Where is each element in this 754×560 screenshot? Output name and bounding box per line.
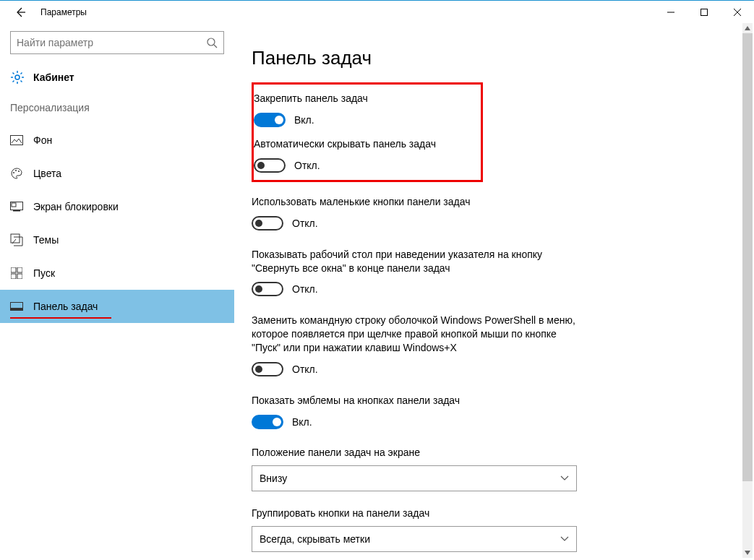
setting-lock-taskbar: Закрепить панель задач Вкл. <box>254 92 474 127</box>
picture-icon <box>10 134 23 147</box>
toggle-state: Откл. <box>292 283 318 295</box>
sidebar-item-background[interactable]: Фон <box>0 124 234 157</box>
setting-label: Показывать рабочий стол при наведении ук… <box>252 248 577 275</box>
svg-rect-0 <box>701 9 708 16</box>
page-title: Панель задач <box>252 47 740 69</box>
chevron-down-icon <box>560 536 569 542</box>
window-title: Параметры <box>40 7 87 17</box>
lockscreen-icon <box>10 200 23 213</box>
dropdown-value: Внизу <box>260 473 560 484</box>
sidebar-item-themes[interactable]: Темы <box>0 223 234 257</box>
sidebar: Кабинет Персонализация Фон Цвета Экран б… <box>0 24 234 560</box>
setting-label: Использовать маленькие кнопки панели зад… <box>252 195 577 209</box>
sidebar-item-label: Пуск <box>33 267 55 279</box>
dropdown-position[interactable]: Внизу <box>252 465 577 491</box>
sidebar-item-taskbar[interactable]: Панель задач <box>0 290 234 323</box>
arrow-left-icon <box>14 7 26 18</box>
toggle-state: Откл. <box>292 363 318 375</box>
svg-rect-10 <box>11 234 20 243</box>
search-field[interactable] <box>17 37 206 48</box>
sidebar-item-start[interactable]: Пуск <box>0 257 234 290</box>
svg-rect-12 <box>17 267 22 272</box>
gear-icon <box>10 70 25 85</box>
dropdown-position-label: Положение панели задач на экране <box>252 447 740 458</box>
home-button[interactable]: Кабинет <box>0 63 234 95</box>
home-label: Кабинет <box>33 72 74 83</box>
close-icon <box>734 9 741 16</box>
maximize-button[interactable] <box>687 1 721 24</box>
start-icon <box>10 267 23 280</box>
svg-point-1 <box>207 38 215 46</box>
section-label: Персонализация <box>0 95 234 124</box>
minimize-button[interactable] <box>654 1 687 24</box>
svg-point-4 <box>13 172 14 173</box>
setting-small-buttons: Использовать маленькие кнопки панели зад… <box>252 195 577 231</box>
highlight-annotation: Закрепить панель задач Вкл. Автоматическ… <box>252 82 483 182</box>
toggle-state: Вкл. <box>292 416 312 428</box>
scroll-up-button[interactable] <box>742 23 753 33</box>
svg-rect-3 <box>11 136 23 145</box>
sidebar-item-label: Панель задач <box>33 301 98 312</box>
setting-label: Показать эмблемы на кнопках панели задач <box>252 394 577 408</box>
toggle-state: Откл. <box>292 217 318 229</box>
red-underline-annotation <box>10 317 111 319</box>
taskbar-icon <box>10 300 23 313</box>
dropdown-value: Всегда, скрывать метки <box>260 533 560 545</box>
svg-rect-9 <box>12 203 16 207</box>
toggle-state: Откл. <box>294 160 320 171</box>
toggle-powershell[interactable] <box>252 362 283 376</box>
svg-point-6 <box>18 171 20 172</box>
setting-label: Закрепить панель задач <box>254 92 474 105</box>
toggle-state: Вкл. <box>294 114 314 126</box>
back-button[interactable] <box>6 1 35 24</box>
toggle-badges[interactable] <box>252 415 283 429</box>
setting-badges: Показать эмблемы на кнопках панели задач… <box>252 394 577 429</box>
svg-rect-16 <box>11 308 23 311</box>
sidebar-item-label: Экран блокировки <box>33 201 119 212</box>
setting-peek-desktop: Показывать рабочий стол при наведении ук… <box>252 248 577 297</box>
svg-point-5 <box>15 170 17 171</box>
minimize-icon <box>667 9 674 16</box>
scroll-down-button[interactable] <box>742 548 753 558</box>
titlebar: Параметры <box>0 1 754 24</box>
sidebar-item-colors[interactable]: Цвета <box>0 157 234 190</box>
content-area: Панель задач Закрепить панель задач Вкл.… <box>234 24 754 560</box>
setting-label: Автоматически скрывать панель задач <box>254 137 474 151</box>
svg-rect-13 <box>11 274 16 279</box>
svg-rect-14 <box>17 274 22 279</box>
scrollbar[interactable] <box>742 23 753 558</box>
dropdown-combine-label: Группировать кнопки на панели задач <box>252 507 740 519</box>
sidebar-item-label: Фон <box>33 134 52 146</box>
dropdown-combine[interactable]: Всегда, скрывать метки <box>252 526 577 552</box>
sidebar-item-lockscreen[interactable]: Экран блокировки <box>0 190 234 223</box>
toggle-lock-taskbar[interactable] <box>254 113 286 127</box>
toggle-autohide[interactable] <box>254 158 286 173</box>
setting-powershell: Заменить командную строку оболочкой Wind… <box>252 314 577 376</box>
svg-rect-11 <box>11 267 16 272</box>
themes-icon <box>10 233 23 246</box>
toggle-small-buttons[interactable] <box>252 216 283 231</box>
sidebar-item-label: Цвета <box>33 168 61 179</box>
chevron-down-icon <box>560 475 569 481</box>
close-button[interactable] <box>721 1 754 24</box>
maximize-icon <box>701 9 708 16</box>
toggle-peek-desktop[interactable] <box>252 282 283 296</box>
sidebar-item-label: Темы <box>33 234 59 246</box>
search-input[interactable] <box>10 31 224 54</box>
scroll-thumb[interactable] <box>742 33 753 481</box>
setting-autohide: Автоматически скрывать панель задач Откл… <box>254 137 474 173</box>
palette-icon <box>10 167 23 180</box>
search-icon <box>206 37 218 48</box>
setting-label: Заменить командную строку оболочкой Wind… <box>252 314 577 355</box>
svg-rect-8 <box>13 210 20 212</box>
svg-point-2 <box>15 75 20 79</box>
